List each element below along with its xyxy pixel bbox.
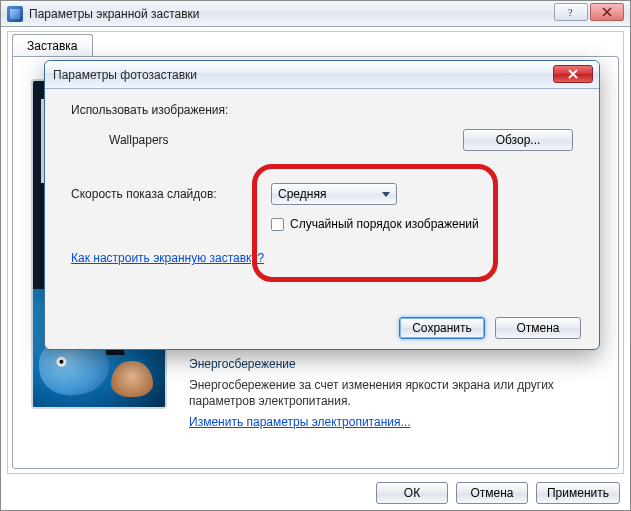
shuffle-checkbox[interactable]: Случайный порядок изображений	[271, 217, 479, 231]
outer-close-button[interactable]	[590, 3, 624, 21]
slide-speed-select[interactable]: Средняя	[271, 183, 397, 205]
close-icon	[567, 69, 579, 79]
save-button[interactable]: Сохранить	[399, 317, 485, 339]
dialog-close-button[interactable]	[553, 65, 593, 83]
folder-name: Wallpapers	[109, 133, 309, 147]
slide-speed-label: Скорость показа слайдов:	[71, 187, 271, 201]
help-link[interactable]: Как настроить экранную заставку?	[71, 251, 264, 265]
energy-heading: Энергосбережение	[189, 357, 602, 371]
svg-text:?: ?	[568, 7, 573, 17]
outer-cancel-button[interactable]: Отмена	[456, 482, 528, 504]
dialog-title: Параметры фотозаставки	[53, 68, 197, 82]
energy-text: Энергосбережение за счет изменения яркос…	[189, 377, 602, 409]
dialog-titlebar[interactable]: Параметры фотозаставки	[45, 61, 599, 89]
browse-button[interactable]: Обзор...	[463, 129, 573, 151]
dialog-cancel-button[interactable]: Отмена	[495, 317, 581, 339]
slide-speed-value: Средняя	[278, 187, 326, 201]
outer-window-title: Параметры экранной заставки	[29, 7, 200, 21]
help-button[interactable]: ?	[554, 3, 588, 21]
outer-titlebar[interactable]: Параметры экранной заставки ?	[1, 1, 630, 27]
power-settings-link[interactable]: Изменить параметры электропитания...	[189, 415, 410, 429]
energy-section: Энергосбережение Энергосбережение за сче…	[189, 357, 602, 429]
tab-screensaver[interactable]: Заставка	[12, 34, 93, 57]
apply-button[interactable]: Применить	[536, 482, 620, 504]
use-images-label: Использовать изображения:	[71, 103, 271, 117]
photo-screensaver-dialog: Параметры фотозаставки Использовать изоб…	[44, 60, 600, 350]
ok-button[interactable]: ОК	[376, 482, 448, 504]
checkbox-icon	[271, 218, 284, 231]
chevron-down-icon	[382, 192, 390, 197]
shuffle-label: Случайный порядок изображений	[290, 217, 479, 231]
app-icon	[7, 6, 23, 22]
